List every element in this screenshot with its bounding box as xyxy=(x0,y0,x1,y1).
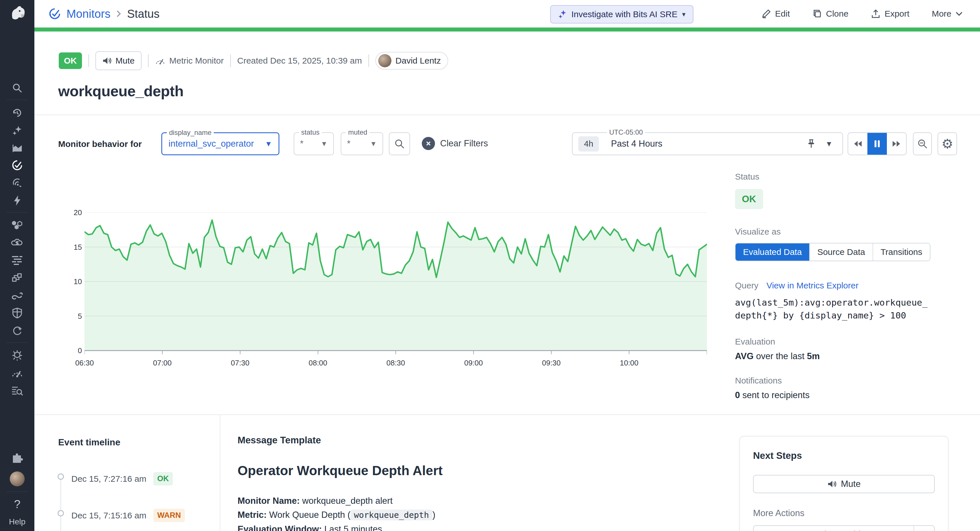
metric-code: workqueue_depth xyxy=(350,510,433,520)
breadcrumb: Monitors Status xyxy=(48,0,160,27)
query-label: Query xyxy=(735,281,759,291)
monitor-chart[interactable] xyxy=(84,213,707,356)
sidebar-divider xyxy=(6,212,28,213)
filter-search-button[interactable] xyxy=(389,132,410,155)
message-template-section: Message Template Operator Workqueue Dept… xyxy=(237,435,702,531)
apm-icon[interactable] xyxy=(11,272,24,284)
section-divider xyxy=(34,114,980,115)
search-icon xyxy=(394,138,405,149)
service-management-icon[interactable] xyxy=(11,324,24,337)
pause-button[interactable] xyxy=(867,133,886,155)
monitor-meta-row: OK Mute Metric Monitor Created Dec 15, 2… xyxy=(59,51,448,70)
monitors-breadcrumb-icon xyxy=(48,7,61,20)
breadcrumb-monitors-link[interactable]: Monitors xyxy=(67,8,110,20)
event-time: Dec 15, 7:15:16 am xyxy=(72,511,146,520)
x-tick-label: 08:00 xyxy=(309,355,327,367)
playback-controls xyxy=(848,132,907,155)
timeline-dot xyxy=(57,474,64,480)
cloud-cost-icon[interactable] xyxy=(11,236,24,249)
backward-button[interactable] xyxy=(848,133,867,155)
time-range-select[interactable]: UTC-05:00 4h Past 4 Hours ▼ xyxy=(572,132,843,155)
x-tick-label: 07:30 xyxy=(231,355,249,367)
investigate-with-bits-ai-button[interactable]: Investigate with Bits AI SRE ▾ xyxy=(550,5,694,24)
infrastructure-icon[interactable] xyxy=(11,219,24,231)
y-tick-label: 20 xyxy=(74,208,82,217)
muted-filter-legend: muted xyxy=(346,128,370,136)
caret-down-icon[interactable]: ▼ xyxy=(913,526,934,531)
sidebar-divider xyxy=(6,491,28,492)
tab-transitions[interactable]: Transitions xyxy=(873,243,930,261)
timeline-event[interactable]: Dec 15, 7:15:16 am WARN xyxy=(72,509,185,522)
speaker-icon xyxy=(102,56,111,65)
declare-incident-button[interactable]: Declare Incident ▼ xyxy=(753,525,935,531)
settings-button[interactable]: ⚙ xyxy=(938,132,957,155)
y-tick-label: 0 xyxy=(78,346,82,355)
sidebar-divider xyxy=(6,100,28,100)
quick-actions-bolt-icon[interactable] xyxy=(11,194,24,207)
evaluation-label: Evaluation xyxy=(735,337,961,347)
tab-evaluated-data[interactable]: Evaluated Data xyxy=(736,243,809,261)
forward-button[interactable] xyxy=(887,133,906,155)
ci-pipelines-icon[interactable] xyxy=(11,289,24,302)
log-explorer-icon[interactable] xyxy=(11,384,24,397)
created-date: Created Dec 15, 2025, 10:39 am xyxy=(237,56,362,65)
bits-ai-sparkles-icon[interactable] xyxy=(11,124,24,137)
caret-down-icon: ▾ xyxy=(682,10,686,18)
tab-source-data[interactable]: Source Data xyxy=(809,243,873,261)
watchdog-icon[interactable] xyxy=(11,177,24,189)
display-name-legend: display_name xyxy=(167,129,214,137)
logs-icon[interactable] xyxy=(11,254,24,266)
pin-icon[interactable] xyxy=(807,138,816,149)
export-button[interactable]: Export xyxy=(871,9,910,19)
top-actions: Edit Clone Export More xyxy=(761,0,963,27)
monitor-name-row: Monitor Name: workqueue_depth alert xyxy=(237,494,702,508)
caret-down-icon[interactable]: ▼ xyxy=(825,140,833,148)
query-code: avg(last_5m):avg:operator.workqueue_ dep… xyxy=(735,296,961,322)
status-value-badge: OK xyxy=(735,189,763,209)
search-icon[interactable] xyxy=(11,82,24,94)
event-status-badge: OK xyxy=(153,472,173,485)
help-icon[interactable]: ? xyxy=(0,498,34,511)
y-tick-label: 10 xyxy=(74,277,82,286)
metric-monitors-gauge-icon[interactable] xyxy=(11,367,24,379)
evaluation-value: AVG over the last 5m xyxy=(735,351,961,361)
user-avatar[interactable] xyxy=(10,471,25,486)
top-bar: Monitors Status Investigate with Bits AI… xyxy=(34,0,980,27)
pause-icon xyxy=(874,140,880,148)
muted-filter-select[interactable]: muted * ▼ xyxy=(341,132,383,155)
evaluation-window-row: Evaluation Window: Last 5 minutes xyxy=(237,522,702,531)
mute-action-button[interactable]: Mute xyxy=(753,475,935,493)
clear-filters-button[interactable]: Clear Filters xyxy=(422,137,488,150)
mute-button[interactable]: Mute xyxy=(95,51,142,70)
monitors-icon[interactable] xyxy=(11,159,24,172)
author-pill[interactable]: David Lentz xyxy=(375,52,448,70)
error-tracking-icon[interactable] xyxy=(11,349,24,362)
datadog-logo[interactable] xyxy=(0,0,34,27)
security-icon[interactable] xyxy=(11,307,24,320)
metric-row: Metric: Work Queue Depth (workqueue_dept… xyxy=(237,508,702,522)
timeline-dot xyxy=(57,510,64,517)
edit-button[interactable]: Edit xyxy=(761,9,790,19)
breadcrumb-chevron-icon xyxy=(116,9,122,18)
help-label[interactable]: Help xyxy=(0,517,34,526)
status-green-bar xyxy=(34,27,980,32)
zoom-out-button[interactable] xyxy=(913,132,932,155)
message-template-title: Message Template xyxy=(237,435,702,446)
status-filter-legend: status xyxy=(299,128,322,136)
caret-down-icon: ▼ xyxy=(265,140,272,148)
timeline-event[interactable]: Dec 15, 7:27:16 am OK xyxy=(72,472,173,485)
x-tick-label: 07:00 xyxy=(153,355,172,367)
status-filter-select[interactable]: status * ▼ xyxy=(294,132,334,155)
column-divider xyxy=(220,415,220,531)
visualize-toggle: Evaluated Data Source Data Transitions xyxy=(735,243,931,261)
duration-chip[interactable]: 4h xyxy=(578,136,599,151)
metrics-icon[interactable] xyxy=(11,142,24,154)
recent-history-icon[interactable] xyxy=(11,107,24,119)
more-button[interactable]: More xyxy=(932,9,963,19)
clone-button[interactable]: Clone xyxy=(812,9,848,19)
fast-forward-icon xyxy=(892,140,900,148)
display-name-select[interactable]: display_name internal_svc_operator ▼ xyxy=(161,132,279,155)
metrics-explorer-link[interactable]: View in Metrics Explorer xyxy=(767,281,859,291)
integrations-puzzle-icon[interactable] xyxy=(11,452,24,464)
export-icon xyxy=(871,9,881,19)
